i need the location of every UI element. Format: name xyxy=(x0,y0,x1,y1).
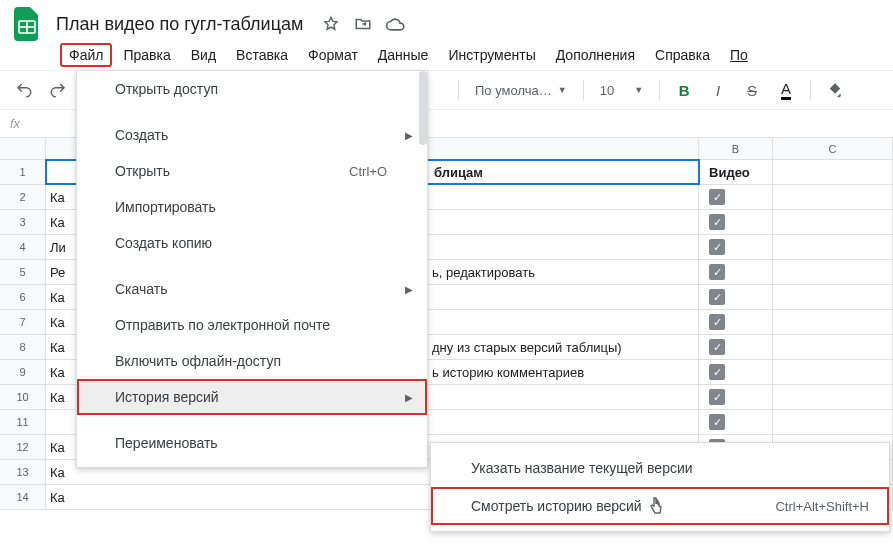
font-family-label: По умолча… xyxy=(475,83,552,98)
menubar-file[interactable]: Файл xyxy=(60,43,112,67)
cloud-status-icon[interactable] xyxy=(385,14,405,34)
submenu-item-name-current-version[interactable]: Указать название текущей версии xyxy=(431,449,889,487)
checkbox-checked-icon[interactable]: ✓ xyxy=(709,189,725,205)
checkbox-checked-icon[interactable]: ✓ xyxy=(709,364,725,380)
sheets-app-icon[interactable] xyxy=(12,9,42,39)
cell[interactable]: ✓ xyxy=(699,335,773,359)
redo-button[interactable] xyxy=(44,76,72,104)
cell[interactable]: ✓ xyxy=(699,310,773,334)
row-header[interactable]: 6 xyxy=(0,285,46,309)
row-header[interactable]: 5 xyxy=(0,260,46,284)
toolbar-separator xyxy=(659,80,660,100)
menu-item-new[interactable]: Создать▶ xyxy=(77,117,427,153)
row-header[interactable]: 14 xyxy=(0,485,46,509)
cell[interactable]: ✓ xyxy=(699,210,773,234)
menubar-help[interactable]: Справка xyxy=(646,43,719,67)
undo-button[interactable] xyxy=(10,76,38,104)
row-header[interactable]: 13 xyxy=(0,460,46,484)
chevron-right-icon: ▶ xyxy=(405,130,413,141)
bold-button[interactable]: B xyxy=(670,76,698,104)
fill-color-button[interactable] xyxy=(821,76,849,104)
strikethrough-button[interactable]: S xyxy=(738,76,766,104)
column-header-b[interactable]: B xyxy=(699,138,773,159)
cell[interactable] xyxy=(773,360,893,384)
select-all-corner[interactable] xyxy=(0,138,46,159)
cell[interactable] xyxy=(773,335,893,359)
text-color-button[interactable]: A xyxy=(772,76,800,104)
chevron-right-icon: ▶ xyxy=(405,392,413,403)
row-header[interactable]: 3 xyxy=(0,210,46,234)
menubar-format[interactable]: Формат xyxy=(299,43,367,67)
checkbox-checked-icon[interactable]: ✓ xyxy=(709,414,725,430)
chevron-down-icon: ▼ xyxy=(558,85,567,95)
row-header[interactable]: 1 xyxy=(0,160,46,184)
menu-item-email[interactable]: Отправить по электронной почте xyxy=(77,307,427,343)
title-row: План видео по гугл-таблицам xyxy=(0,8,893,40)
cell[interactable] xyxy=(773,310,893,334)
pointer-cursor-icon xyxy=(648,497,664,515)
toolbar-separator xyxy=(458,80,459,100)
cell[interactable] xyxy=(773,185,893,209)
document-title[interactable]: План видео по гугл-таблицам xyxy=(56,14,303,35)
cell[interactable] xyxy=(773,260,893,284)
row-header[interactable]: 7 xyxy=(0,310,46,334)
menu-item-download[interactable]: Скачать▶ xyxy=(77,271,427,307)
move-icon[interactable] xyxy=(353,14,373,34)
checkbox-checked-icon[interactable]: ✓ xyxy=(709,314,725,330)
menu-item-share[interactable]: Открыть доступ xyxy=(77,71,427,107)
cell[interactable] xyxy=(773,210,893,234)
row-header[interactable]: 2 xyxy=(0,185,46,209)
menubar-data[interactable]: Данные xyxy=(369,43,438,67)
checkbox-checked-icon[interactable]: ✓ xyxy=(709,289,725,305)
cell[interactable]: ✓ xyxy=(699,235,773,259)
menu-item-offline[interactable]: Включить офлайн-доступ xyxy=(77,343,427,379)
font-size-select[interactable]: 10 ▼ xyxy=(594,76,649,104)
row-header[interactable]: 11 xyxy=(0,410,46,434)
italic-button[interactable]: I xyxy=(704,76,732,104)
menubar: Файл Правка Вид Вставка Формат Данные Ин… xyxy=(0,40,893,70)
checkbox-checked-icon[interactable]: ✓ xyxy=(709,264,725,280)
column-header-c[interactable]: C xyxy=(773,138,893,159)
menubar-insert[interactable]: Вставка xyxy=(227,43,297,67)
checkbox-checked-icon[interactable]: ✓ xyxy=(709,239,725,255)
fx-label: fx xyxy=(10,116,20,131)
row-header[interactable]: 12 xyxy=(0,435,46,459)
star-icon[interactable] xyxy=(321,14,341,34)
font-family-select[interactable]: По умолча… ▼ xyxy=(469,76,573,104)
cell[interactable]: ✓ xyxy=(699,185,773,209)
cell[interactable]: ✓ xyxy=(699,360,773,384)
menubar-view[interactable]: Вид xyxy=(182,43,225,67)
row-header[interactable]: 9 xyxy=(0,360,46,384)
menu-item-open[interactable]: ОткрытьCtrl+O xyxy=(77,153,427,189)
cell[interactable] xyxy=(773,235,893,259)
row-header[interactable]: 8 xyxy=(0,335,46,359)
cell[interactable]: ✓ xyxy=(699,260,773,284)
checkbox-checked-icon[interactable]: ✓ xyxy=(709,339,725,355)
cell[interactable] xyxy=(773,410,893,434)
toolbar-separator xyxy=(810,80,811,100)
menu-item-import[interactable]: Импортировать xyxy=(77,189,427,225)
checkbox-checked-icon[interactable]: ✓ xyxy=(709,389,725,405)
row-header[interactable]: 4 xyxy=(0,235,46,259)
menu-item-version-history[interactable]: История версий▶ xyxy=(77,379,427,415)
menu-item-make-copy[interactable]: Создать копию xyxy=(77,225,427,261)
cell[interactable]: Видео xyxy=(699,160,773,184)
cell[interactable] xyxy=(773,160,893,184)
chevron-down-icon: ▼ xyxy=(634,85,643,95)
menubar-addons[interactable]: Дополнения xyxy=(547,43,644,67)
menubar-last-edit[interactable]: По xyxy=(721,43,757,67)
row-header[interactable]: 10 xyxy=(0,385,46,409)
submenu-item-see-version-history[interactable]: Смотреть историю версий Ctrl+Alt+Shift+H xyxy=(431,487,889,525)
file-menu-dropdown: Открыть доступ Создать▶ ОткрытьCtrl+O Им… xyxy=(76,70,428,468)
cell[interactable] xyxy=(773,385,893,409)
version-history-submenu: Указать название текущей версии Смотреть… xyxy=(430,442,890,532)
menubar-tools[interactable]: Инструменты xyxy=(439,43,544,67)
cell[interactable]: ✓ xyxy=(699,385,773,409)
menu-item-rename[interactable]: Переименовать xyxy=(77,425,427,461)
cell[interactable]: ✓ xyxy=(699,285,773,309)
menubar-edit[interactable]: Правка xyxy=(114,43,179,67)
cell[interactable] xyxy=(773,285,893,309)
header: План видео по гугл-таблицам Файл Правка … xyxy=(0,0,893,70)
checkbox-checked-icon[interactable]: ✓ xyxy=(709,214,725,230)
cell[interactable]: ✓ xyxy=(699,410,773,434)
